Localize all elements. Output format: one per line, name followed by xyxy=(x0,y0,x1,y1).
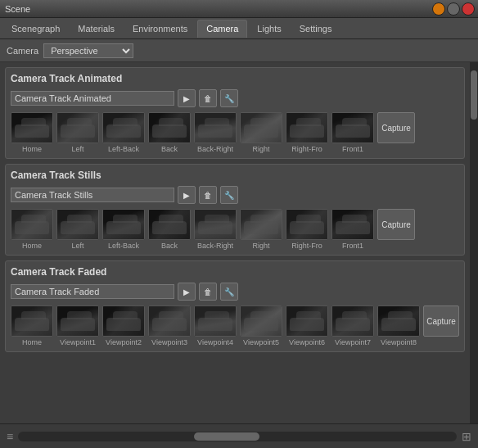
thumb-item-1[interactable]: Left xyxy=(56,209,99,250)
thumb-item-8[interactable]: Viewpoint8 xyxy=(377,305,420,346)
thumb-image-3 xyxy=(148,112,191,143)
thumb-item-0[interactable]: Home xyxy=(11,112,53,153)
camera-row: Camera Perspective xyxy=(0,39,478,62)
tab-lights[interactable]: Lights xyxy=(249,20,289,38)
menu-bar: ScenegraphMaterialsEnvironmentsCameraLig… xyxy=(0,18,478,39)
thumb-item-4[interactable]: Viewpoint4 xyxy=(194,305,237,346)
thumb-item-6[interactable]: Right-Fro xyxy=(286,209,328,250)
thumb-image-1 xyxy=(56,305,99,337)
tab-environments[interactable]: Environments xyxy=(124,20,196,38)
thumb-item-6[interactable]: Right-Fro xyxy=(286,112,328,153)
track-name-input-animated[interactable] xyxy=(11,91,174,106)
camera-label: Camera xyxy=(7,46,38,56)
thumb-label-2: Viewpoint2 xyxy=(106,338,142,346)
settings-btn-faded[interactable]: 🔧 xyxy=(220,283,238,301)
thumb-item-2[interactable]: Left-Back xyxy=(102,209,145,250)
thumb-item-3[interactable]: Back xyxy=(148,112,191,153)
thumb-item-7[interactable]: Viewpoint7 xyxy=(331,305,374,346)
thumb-image-6 xyxy=(286,209,328,240)
thumb-image-0 xyxy=(11,112,53,143)
thumbs-row-faded: HomeViewpoint1Viewpoint2Viewpoint3Viewpo… xyxy=(11,305,459,346)
thumb-label-3: Back xyxy=(161,242,178,250)
thumb-image-0 xyxy=(11,305,53,337)
settings-btn-stills[interactable]: 🔧 xyxy=(220,186,238,204)
tab-scenegraph[interactable]: Scenegraph xyxy=(3,20,68,38)
thumb-item-6[interactable]: Viewpoint6 xyxy=(286,305,328,346)
section-title-faded: Camera Track Faded xyxy=(11,266,459,278)
thumb-item-0[interactable]: Home xyxy=(11,305,53,346)
bottom-bar: ≡ ⊞ xyxy=(0,423,478,448)
thumb-image-5 xyxy=(240,305,282,337)
thumb-image-4 xyxy=(194,112,237,143)
thumb-label-8: Viewpoint8 xyxy=(381,338,417,346)
thumb-item-4[interactable]: Back-Right xyxy=(194,112,237,153)
thumb-label-1: Left xyxy=(71,145,83,153)
tab-materials[interactable]: Materials xyxy=(70,20,123,38)
thumb-item-5[interactable]: Viewpoint5 xyxy=(240,305,282,346)
btn-close[interactable] xyxy=(462,2,475,16)
window-title: Scene xyxy=(5,4,30,14)
delete-btn-stills[interactable]: 🗑 xyxy=(199,186,217,204)
track-name-input-faded[interactable] xyxy=(11,284,174,299)
thumb-image-4 xyxy=(194,305,237,337)
menu-icon[interactable]: ≡ xyxy=(7,430,13,443)
thumb-label-0: Home xyxy=(22,338,42,346)
thumb-image-7 xyxy=(331,209,374,240)
capture-btn-faded[interactable]: Capture xyxy=(423,305,459,337)
btn-minimize[interactable] xyxy=(447,2,460,16)
thumb-item-5[interactable]: Right xyxy=(240,209,282,250)
thumb-image-4 xyxy=(194,209,237,240)
thumb-item-2[interactable]: Left-Back xyxy=(102,112,145,153)
play-btn-faded[interactable]: ▶ xyxy=(178,283,196,301)
thumb-item-1[interactable]: Viewpoint1 xyxy=(56,305,99,346)
delete-btn-animated[interactable]: 🗑 xyxy=(199,89,217,107)
track-controls-faded: ▶🗑🔧 xyxy=(11,283,459,301)
thumb-label-3: Viewpoint3 xyxy=(151,338,187,346)
thumb-item-3[interactable]: Back xyxy=(148,209,191,250)
horizontal-scrollbar[interactable] xyxy=(18,432,457,441)
btn-orange[interactable] xyxy=(432,2,445,16)
thumb-item-5[interactable]: Right xyxy=(240,112,282,153)
thumb-item-2[interactable]: Viewpoint2 xyxy=(102,305,145,346)
thumb-label-2: Left-Back xyxy=(108,145,139,153)
tab-settings[interactable]: Settings xyxy=(291,20,340,38)
thumb-image-0 xyxy=(11,209,53,240)
thumb-image-7 xyxy=(331,112,374,143)
section-stills: Camera Track Stills▶🗑🔧HomeLeftLeft-BackB… xyxy=(5,164,465,256)
vertical-scrollbar[interactable] xyxy=(470,62,478,423)
thumb-image-8 xyxy=(377,305,420,337)
thumb-label-7: Front1 xyxy=(342,242,363,250)
title-bar: Scene xyxy=(0,0,478,18)
thumb-label-4: Back-Right xyxy=(197,145,233,153)
thumb-item-1[interactable]: Left xyxy=(56,112,99,153)
thumb-image-3 xyxy=(148,305,191,337)
thumb-label-5: Viewpoint5 xyxy=(243,338,279,346)
scroll-content: Camera Track Animated▶🗑🔧HomeLeftLeft-Bac… xyxy=(0,62,470,423)
thumb-image-2 xyxy=(102,112,145,143)
delete-btn-faded[interactable]: 🗑 xyxy=(199,283,217,301)
play-btn-stills[interactable]: ▶ xyxy=(178,186,196,204)
settings-btn-animated[interactable]: 🔧 xyxy=(220,89,238,107)
thumbs-row-animated: HomeLeftLeft-BackBackBack-RightRightRigh… xyxy=(11,112,459,153)
tab-camera[interactable]: Camera xyxy=(197,20,247,38)
thumb-item-4[interactable]: Back-Right xyxy=(194,209,237,250)
thumb-label-7: Front1 xyxy=(342,145,363,153)
capture-btn-animated[interactable]: Capture xyxy=(377,112,415,143)
thumb-label-4: Viewpoint4 xyxy=(197,338,233,346)
section-title-animated: Camera Track Animated xyxy=(11,73,459,84)
thumb-label-5: Right xyxy=(252,145,269,153)
thumb-image-6 xyxy=(286,112,328,143)
capture-btn-stills[interactable]: Capture xyxy=(377,209,415,240)
thumb-image-7 xyxy=(331,305,374,337)
thumb-item-0[interactable]: Home xyxy=(11,209,53,250)
play-btn-animated[interactable]: ▶ xyxy=(178,89,196,107)
camera-select[interactable]: Perspective xyxy=(43,43,133,58)
grid-icon[interactable]: ⊞ xyxy=(462,430,471,443)
track-name-input-stills[interactable] xyxy=(11,188,174,202)
thumb-item-7[interactable]: Front1 xyxy=(331,112,374,153)
thumb-item-3[interactable]: Viewpoint3 xyxy=(148,305,191,346)
thumb-item-7[interactable]: Front1 xyxy=(331,209,374,250)
thumb-image-3 xyxy=(148,209,191,240)
track-controls-animated: ▶🗑🔧 xyxy=(11,89,459,107)
thumb-label-0: Home xyxy=(22,145,42,153)
